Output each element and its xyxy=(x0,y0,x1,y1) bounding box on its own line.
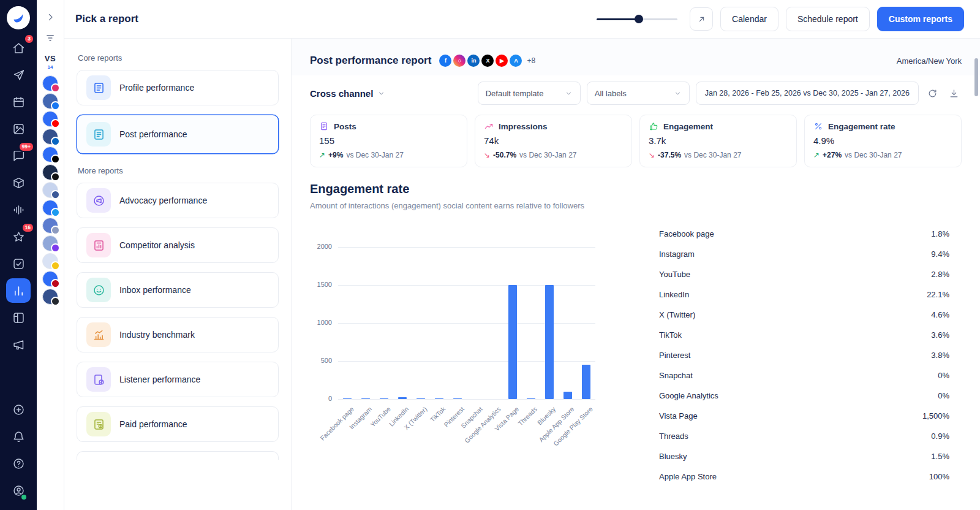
sidebar-item-notifications[interactable] xyxy=(6,424,31,449)
report-card-paid-performance[interactable]: Paid performance xyxy=(77,406,279,442)
platform-badge-icon xyxy=(51,137,60,146)
labels-select[interactable]: All labels xyxy=(587,82,690,105)
app-logo[interactable] xyxy=(7,6,30,29)
profile-avatar[interactable] xyxy=(42,271,58,287)
rate-row-name: Instagram xyxy=(659,249,695,259)
sidebar-item-listening[interactable] xyxy=(6,197,31,222)
sidebar-item-advocacy[interactable] xyxy=(6,332,31,357)
date-range-picker[interactable]: Jan 28, 2026 - Feb 25, 2026 vs Dec 30, 2… xyxy=(696,82,919,105)
delta-compare-label: vs Dec 30-Jan 27 xyxy=(346,151,403,159)
filter-profiles-icon[interactable] xyxy=(43,31,58,45)
section-title: Engagement rate xyxy=(310,182,962,196)
profile-avatar[interactable] xyxy=(42,289,58,305)
report-card-industry-benchmark[interactable]: Industry benchmark xyxy=(77,317,279,352)
report-card-listener-performance[interactable]: Listener performance xyxy=(77,362,279,397)
linkedin-icon[interactable]: in xyxy=(467,55,480,67)
app-store-icon[interactable]: A xyxy=(510,55,522,67)
custom-reports-button[interactable]: Custom reports xyxy=(877,7,964,31)
rate-row-value: 22.1% xyxy=(927,290,949,299)
rate-row-value: 2.8% xyxy=(931,270,949,279)
sidebar-item-social-box[interactable] xyxy=(6,170,31,195)
sidebar-item-media[interactable] xyxy=(6,116,31,141)
bar-bluesky xyxy=(545,285,554,399)
help-circle-icon xyxy=(12,457,25,470)
facebook-icon[interactable]: f xyxy=(439,55,451,67)
expand-icon[interactable] xyxy=(690,7,713,31)
profile-avatar[interactable] xyxy=(42,164,58,180)
refresh-icon[interactable] xyxy=(925,86,940,101)
audio-lines-icon xyxy=(12,204,25,216)
profile-avatar[interactable] xyxy=(42,182,58,198)
delta-percent: +9% xyxy=(328,151,343,159)
stat-label: Engagement xyxy=(663,122,713,131)
instagram-icon[interactable]: ○ xyxy=(453,55,466,67)
zoom-slider[interactable] xyxy=(597,15,677,23)
sidebar-item-help[interactable] xyxy=(6,451,31,476)
sidebar-item-tasks[interactable] xyxy=(6,251,31,276)
platform-badge-icon xyxy=(51,297,60,306)
sidebar-item-calendar[interactable] xyxy=(6,89,31,114)
profile-avatar[interactable] xyxy=(42,235,58,251)
profile-group[interactable]: VS 14 xyxy=(45,53,56,70)
schedule-report-button[interactable]: Schedule report xyxy=(786,7,870,31)
platform-badge-icon xyxy=(51,190,60,199)
sidebar-item-inbox[interactable]: 99+ xyxy=(6,143,31,168)
sidebar-item-account[interactable] xyxy=(6,478,31,503)
rate-row-name: Bluesky xyxy=(659,452,687,461)
platform-badge-icon xyxy=(51,243,60,253)
bar-chart-icon xyxy=(12,284,25,297)
profile-avatar[interactable] xyxy=(42,93,58,109)
profile-avatar[interactable] xyxy=(42,200,58,216)
post-report-icon xyxy=(86,122,111,147)
profile-avatar[interactable] xyxy=(42,111,58,127)
sidebar-item-home[interactable]: 3 xyxy=(6,36,31,60)
profile-avatar[interactable] xyxy=(42,75,58,91)
report-card-profile-performance[interactable]: Profile performance xyxy=(77,70,279,105)
sidebar-item-boards[interactable] xyxy=(6,305,31,330)
engagement-icon xyxy=(649,121,658,131)
gridline xyxy=(338,285,595,286)
download-icon[interactable] xyxy=(946,86,962,101)
paid-report-icon xyxy=(86,412,111,436)
report-card-inbox-performance[interactable]: Inbox performance xyxy=(77,272,279,308)
scrollbar[interactable] xyxy=(974,58,978,96)
report-card-post-performance[interactable]: Post performance xyxy=(77,115,279,154)
zoom-slider-knob[interactable] xyxy=(635,15,643,23)
posts-icon xyxy=(319,121,329,131)
rate-row-value: 3.8% xyxy=(931,351,949,360)
report-card-competitor-analysis[interactable]: Competitor analysis xyxy=(77,227,279,263)
engagement-rate-chart: 0500100015002000Facebook pageInstagramYo… xyxy=(310,245,616,478)
template-select[interactable]: Default template xyxy=(478,82,581,105)
platform-badge-icon xyxy=(51,226,60,235)
stat-delta: ↗+9%vs Dec 30-Jan 27 xyxy=(319,151,458,159)
calendar-button[interactable]: Calendar xyxy=(720,7,778,31)
x-twitter-icon[interactable]: X xyxy=(481,55,494,67)
sidebar-item-reports[interactable] xyxy=(6,278,31,303)
profile-avatar[interactable] xyxy=(42,218,58,234)
core-reports-label: Core reports xyxy=(78,53,279,63)
collapse-panel-chevron-icon[interactable] xyxy=(43,10,58,25)
sidebar-item-publishing[interactable] xyxy=(6,63,31,87)
youtube-icon[interactable]: ▶ xyxy=(496,55,508,67)
trend-down-icon: ↘ xyxy=(484,151,490,159)
profile-avatar[interactable] xyxy=(42,129,58,145)
channel-select[interactable]: Cross channel xyxy=(310,88,385,99)
profile-avatar[interactable] xyxy=(42,147,58,162)
report-card-advocacy-performance[interactable]: Advocacy performance xyxy=(77,183,279,218)
notification-badge: 16 xyxy=(21,223,34,233)
extra-platforms-count[interactable]: +8 xyxy=(527,56,535,65)
profile-avatar[interactable] xyxy=(42,253,58,269)
notification-badge: 99+ xyxy=(18,142,34,152)
report-card-partial[interactable] xyxy=(77,451,279,460)
box-icon xyxy=(12,177,25,189)
sidebar-item-reviews[interactable]: 16 xyxy=(6,224,31,249)
platform-badge-icon xyxy=(51,208,60,217)
rate-row-value: 4.6% xyxy=(931,310,949,319)
stat-value: 4.9% xyxy=(813,135,952,146)
stat-delta: ↘-37.5%vs Dec 30-Jan 27 xyxy=(649,151,788,159)
timezone-label: America/New York xyxy=(897,56,962,66)
report-main: Post performance report f○inX▶A +8 Ameri… xyxy=(292,39,980,510)
stat-value: 155 xyxy=(319,135,458,146)
sidebar-item-add[interactable] xyxy=(6,397,31,422)
stat-value: 74k xyxy=(484,135,623,146)
